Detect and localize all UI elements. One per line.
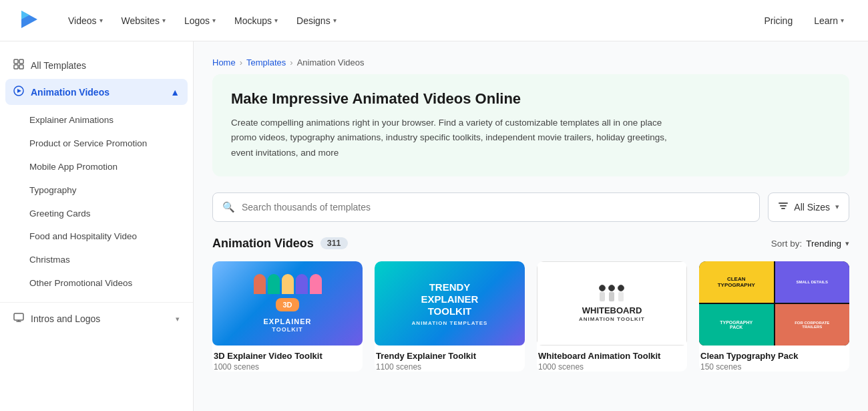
main-layout: All Templates Animation Videos ▲ Explain… <box>0 41 868 411</box>
breadcrumb-sep-1: › <box>240 57 242 67</box>
hero-title: Make Impressive Animated Videos Online <box>231 90 831 108</box>
sidebar-item-typography[interactable]: Typography <box>29 179 193 202</box>
search-box[interactable]: 🔍 <box>212 192 760 222</box>
sort-chevron: ▾ <box>845 239 849 248</box>
sidebar-animation-chevron: ▲ <box>170 87 180 98</box>
nav-websites-chevron: ▾ <box>162 17 166 24</box>
breadcrumb-current: Animation Videos <box>297 57 365 67</box>
sidebar-item-food-hospitality[interactable]: Food and Hospitality Video <box>29 225 193 249</box>
nav-logos[interactable]: Logos ▾ <box>176 10 224 31</box>
header: Videos ▾ Websites ▾ Logos ▾ Mockups ▾ De… <box>0 0 868 41</box>
sidebar: All Templates Animation Videos ▲ Explain… <box>0 41 194 411</box>
nav-learn-chevron: ▾ <box>841 17 844 24</box>
breadcrumb: Home › Templates › Animation Videos <box>212 57 849 67</box>
thumb-whiteboard: WHITEBOARD ANIMATION TOOLKIT <box>537 261 687 346</box>
logo[interactable] <box>16 7 41 34</box>
search-input[interactable] <box>242 202 750 213</box>
section-title: Animation Videos <box>212 237 314 251</box>
nav-mockups-chevron: ▾ <box>274 17 278 24</box>
card-scenes-typography: 150 scenes <box>699 362 849 372</box>
nav-mockups[interactable]: Mockups ▾ <box>226 10 286 31</box>
size-filter-dropdown[interactable]: All Sizes ▾ <box>768 192 849 222</box>
main-nav: Videos ▾ Websites ▾ Logos ▾ Mockups ▾ De… <box>60 10 756 31</box>
breadcrumb-sep-2: › <box>290 57 292 67</box>
thumb-3d-explainer: 3D EXPLAINER TOOLKIT <box>212 261 363 346</box>
sort-by-control[interactable]: Sort by: Trending ▾ <box>771 239 849 249</box>
sort-value: Trending <box>806 239 841 249</box>
search-icon: 🔍 <box>222 201 235 213</box>
hero-description: Create compelling animations right in yo… <box>231 116 685 160</box>
sidebar-divider <box>0 302 193 303</box>
hero-banner: Make Impressive Animated Videos Online C… <box>212 74 849 176</box>
card-title-trendy: Trendy Explainer Toolkit <box>375 351 525 361</box>
sidebar-item-greeting-cards[interactable]: Greeting Cards <box>29 202 193 226</box>
thumb-typography: CLEANTYPOGRAPHY SMALL DETAILS TYPOGRAPHY… <box>699 261 849 346</box>
svg-rect-3 <box>19 59 23 63</box>
sidebar-item-christmas[interactable]: Christmas <box>29 249 193 272</box>
svg-rect-5 <box>19 65 23 69</box>
template-grid: 3D EXPLAINER TOOLKIT 3D Explainer Video … <box>212 261 849 372</box>
svg-rect-13 <box>781 208 785 209</box>
sidebar-item-animation-videos[interactable]: Animation Videos ▲ <box>5 79 188 105</box>
template-card-trendy[interactable]: TRENDYEXPLAINERTOOLKIT Animation Templat… <box>375 261 525 372</box>
grid-icon <box>13 59 24 72</box>
header-right: Pricing Learn ▾ <box>756 10 852 31</box>
card-title-typography: Clean Typography Pack <box>699 351 849 361</box>
template-card-typography[interactable]: CLEANTYPOGRAPHY SMALL DETAILS TYPOGRAPHY… <box>699 261 849 372</box>
main-content: Home › Templates › Animation Videos Make… <box>194 41 868 411</box>
card-scenes-3d: 1000 scenes <box>212 362 363 372</box>
sidebar-sub-menu: Explainer Animations Product or Service … <box>0 105 193 299</box>
sidebar-item-mobile-app[interactable]: Mobile App Promotion <box>29 156 193 179</box>
sidebar-item-product-service[interactable]: Product or Service Promotion <box>29 132 193 156</box>
nav-logos-chevron: ▾ <box>212 17 216 24</box>
svg-rect-4 <box>14 65 18 69</box>
monitor-icon <box>13 312 24 325</box>
breadcrumb-home[interactable]: Home <box>212 57 236 67</box>
size-filter-chevron: ▾ <box>835 202 839 211</box>
svg-marker-7 <box>17 89 21 93</box>
sidebar-item-other-promo[interactable]: Other Promotional Videos <box>29 272 193 295</box>
card-scenes-whiteboard: 1000 scenes <box>537 362 687 372</box>
thumb-trendy: TRENDYEXPLAINERTOOLKIT Animation Templat… <box>375 261 525 346</box>
nav-designs[interactable]: Designs ▾ <box>288 10 345 31</box>
svg-rect-2 <box>14 59 18 63</box>
search-row: 🔍 All Sizes ▾ <box>212 192 849 222</box>
sort-label: Sort by: <box>771 239 803 249</box>
nav-pricing[interactable]: Pricing <box>756 10 801 31</box>
svg-rect-11 <box>779 202 788 204</box>
template-card-whiteboard[interactable]: WHITEBOARD ANIMATION TOOLKIT Whiteboard … <box>537 261 687 372</box>
intros-chevron: ▾ <box>176 315 180 323</box>
svg-rect-8 <box>14 313 23 320</box>
nav-learn[interactable]: Learn ▾ <box>806 10 852 31</box>
sidebar-item-explainer-animations[interactable]: Explainer Animations <box>29 109 193 132</box>
card-scenes-trendy: 1100 scenes <box>375 362 525 372</box>
section-header: Animation Videos 311 Sort by: Trending ▾ <box>212 237 849 251</box>
svg-rect-12 <box>780 205 787 207</box>
nav-websites[interactable]: Websites ▾ <box>114 10 174 31</box>
sidebar-item-intros-logos[interactable]: Intros and Logos ▾ <box>0 305 193 332</box>
card-title-3d: 3D Explainer Video Toolkit <box>212 351 363 361</box>
filter-icon <box>778 200 789 213</box>
card-title-whiteboard: Whiteboard Animation Toolkit <box>537 351 687 361</box>
template-card-3d-explainer[interactable]: 3D EXPLAINER TOOLKIT 3D Explainer Video … <box>212 261 363 372</box>
section-count-badge: 311 <box>320 237 348 249</box>
nav-designs-chevron: ▾ <box>333 17 337 24</box>
sidebar-item-all-templates[interactable]: All Templates <box>0 52 193 79</box>
size-filter-label: All Sizes <box>794 202 830 213</box>
nav-videos[interactable]: Videos ▾ <box>60 10 111 31</box>
play-icon <box>13 86 24 98</box>
breadcrumb-templates[interactable]: Templates <box>246 57 286 67</box>
nav-videos-chevron: ▾ <box>99 17 103 24</box>
